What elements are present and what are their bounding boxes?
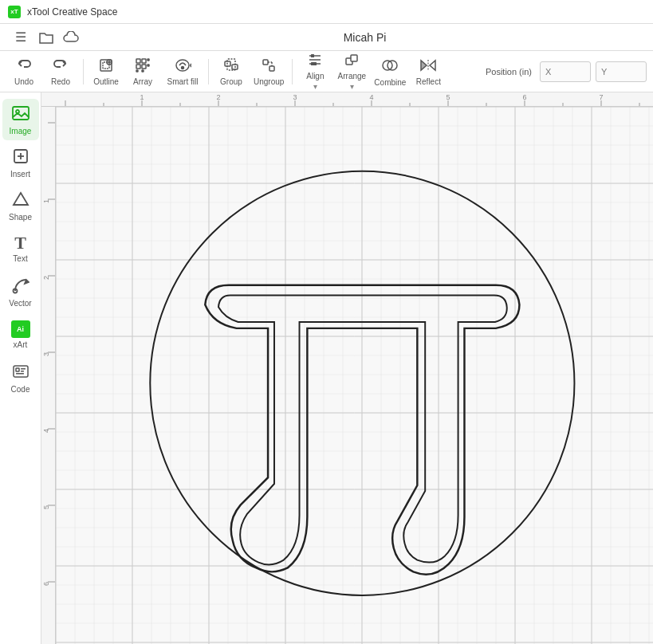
sidebar-item-vector[interactable]: Vector [2, 271, 39, 312]
svg-rect-45 [16, 373, 24, 375]
text-icon: T [14, 234, 26, 252]
ungroup-label: Ungroup [254, 77, 284, 86]
redo-label: Redo [51, 77, 70, 86]
code-icon [12, 363, 30, 383]
svg-point-14 [182, 66, 184, 69]
svg-rect-47 [21, 371, 24, 372]
main-area: Image Insert Shape T Te [0, 92, 653, 644]
sidebar: Image Insert Shape T Te [0, 92, 41, 644]
canvas-wrapper[interactable] [56, 107, 653, 644]
combine-button[interactable]: Combine [371, 54, 409, 89]
menu-center-title: Micah Pi [86, 31, 643, 44]
svg-marker-40 [14, 193, 28, 205]
menu-bar: ☰ Micah Pi [0, 24, 653, 51]
x-position-input[interactable] [540, 61, 591, 82]
array-label: Array [133, 77, 152, 86]
insert-icon [12, 147, 30, 167]
group-label: Group [220, 77, 242, 86]
svg-rect-6 [142, 59, 146, 63]
ruler-v-canvas [41, 107, 56, 644]
toolbar-separator-1 [83, 59, 84, 84]
vector-label: Vector [9, 299, 31, 308]
canvas-area [41, 92, 653, 644]
ungroup-button[interactable]: Ungroup [250, 54, 287, 89]
app-icon: xT [8, 6, 21, 18]
app-title: xTool Creative Space [27, 6, 117, 18]
svg-marker-32 [421, 61, 427, 70]
vector-icon [12, 277, 30, 296]
array-button[interactable]: Array [125, 54, 160, 89]
menu-hamburger-icon[interactable]: ☰ [10, 26, 32, 49]
shape-icon [12, 190, 30, 210]
svg-rect-27 [311, 62, 317, 65]
sidebar-item-code[interactable]: Code [2, 357, 39, 399]
ruler-h-canvas [41, 92, 653, 107]
svg-rect-11 [136, 70, 138, 72]
text-label: Text [13, 254, 27, 263]
sidebar-item-shape[interactable]: Shape [2, 185, 39, 226]
svg-rect-5 [136, 59, 140, 63]
arrange-button[interactable]: Arrange ▾ [334, 54, 369, 89]
cloud-icon[interactable] [61, 26, 83, 49]
title-bar: xT xTool Creative Space [0, 0, 653, 24]
arrange-dropdown-arrow: ▾ [350, 82, 354, 91]
group-button[interactable]: Group [214, 54, 249, 89]
svg-point-48 [150, 171, 574, 595]
svg-marker-33 [430, 61, 435, 70]
combine-label: Combine [374, 78, 406, 87]
svg-rect-44 [16, 368, 19, 371]
svg-rect-12 [142, 70, 144, 72]
sidebar-item-image[interactable]: Image [2, 99, 39, 140]
svg-rect-20 [269, 66, 274, 71]
outline-button[interactable]: Outline [89, 54, 124, 89]
position-section: Position (in) [486, 61, 647, 82]
undo-label: Undo [14, 77, 33, 86]
svg-rect-26 [311, 54, 314, 57]
align-button[interactable]: Align ▾ [297, 54, 332, 89]
svg-rect-29 [351, 55, 357, 61]
svg-rect-8 [142, 65, 146, 69]
smart-fill-label: Smart fill [167, 77, 199, 86]
ruler-horizontal [41, 92, 653, 107]
align-dropdown-arrow: ▾ [313, 82, 317, 91]
svg-rect-9 [148, 59, 149, 61]
pi-artwork [56, 107, 653, 644]
svg-rect-35 [13, 107, 29, 120]
smart-fill-button[interactable]: Smart fill [162, 54, 203, 89]
ruler-vertical [41, 107, 56, 644]
sidebar-item-insert[interactable]: Insert [2, 142, 39, 183]
sidebar-item-text[interactable]: T Text [2, 228, 39, 269]
align-label: Align [306, 72, 324, 80]
reflect-button[interactable]: Reflect [411, 54, 446, 89]
shape-label: Shape [9, 213, 32, 222]
undo-button[interactable]: Undo [6, 54, 41, 89]
svg-rect-10 [148, 65, 149, 66]
toolbar-separator-2 [208, 59, 209, 84]
y-position-input[interactable] [596, 61, 647, 82]
image-label: Image [10, 127, 32, 135]
arrange-label: Arrange [338, 72, 367, 80]
reflect-label: Reflect [416, 77, 441, 86]
code-label: Code [11, 385, 30, 394]
sidebar-item-xart[interactable]: Ai xArt [2, 314, 39, 355]
outline-label: Outline [93, 77, 119, 86]
xart-label: xArt [14, 340, 28, 349]
image-icon [11, 104, 30, 124]
folder-icon[interactable] [35, 26, 57, 49]
svg-marker-42 [25, 280, 29, 284]
xart-icon: Ai [11, 320, 30, 338]
insert-label: Insert [10, 170, 30, 179]
position-label: Position (in) [486, 67, 532, 77]
toolbar-separator-3 [292, 59, 293, 84]
svg-rect-46 [21, 368, 26, 370]
toolbar: Undo Redo Outline [0, 51, 653, 92]
svg-rect-7 [136, 65, 140, 69]
svg-rect-19 [263, 60, 268, 65]
redo-button[interactable]: Redo [43, 54, 78, 89]
